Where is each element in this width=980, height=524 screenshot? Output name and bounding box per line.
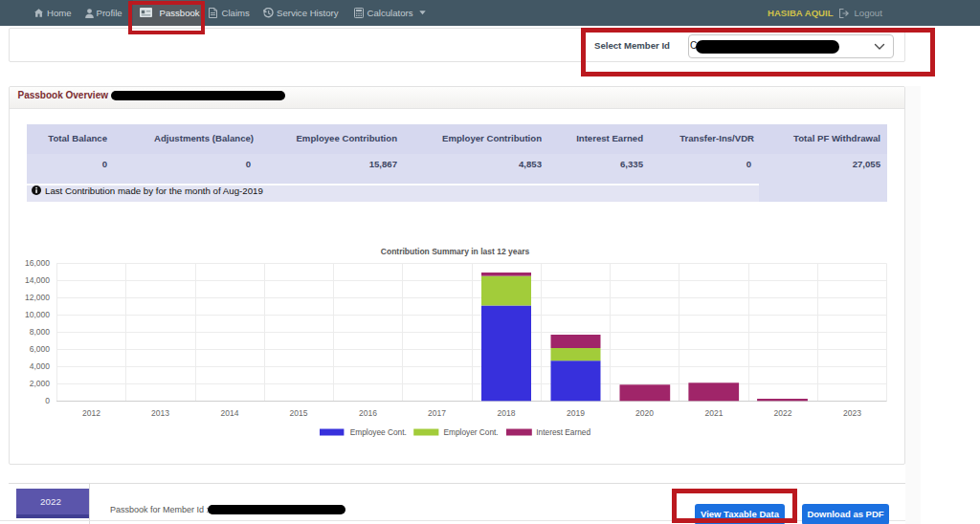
svg-text:2021: 2021	[705, 408, 724, 418]
svg-text:Employee Cont.: Employee Cont.	[350, 427, 407, 437]
svg-text:8,000: 8,000	[30, 327, 51, 337]
svg-text:10,000: 10,000	[25, 310, 50, 319]
svg-text:Interest Earned: Interest Earned	[536, 427, 590, 437]
svg-text:2012: 2012	[82, 408, 100, 418]
svg-text:2013: 2013	[151, 408, 169, 418]
svg-text:14,000: 14,000	[25, 275, 50, 285]
svg-text:2018: 2018	[498, 408, 516, 418]
svg-text:2016: 2016	[359, 408, 377, 418]
svg-text:2015: 2015	[290, 408, 308, 418]
svg-text:0: 0	[45, 396, 50, 405]
svg-text:2023: 2023	[843, 408, 861, 418]
svg-text:12,000: 12,000	[25, 293, 50, 302]
svg-text:2,000: 2,000	[30, 379, 51, 388]
svg-text:Employer Cont.: Employer Cont.	[444, 427, 499, 437]
svg-text:2022: 2022	[774, 408, 792, 418]
svg-text:2017: 2017	[428, 408, 446, 418]
svg-text:4,000: 4,000	[30, 361, 51, 371]
svg-text:Contribution Summary in last 1: Contribution Summary in last 12 years	[381, 247, 530, 256]
svg-text:2014: 2014	[221, 408, 239, 418]
svg-text:2020: 2020	[635, 408, 654, 418]
svg-text:2019: 2019	[567, 408, 585, 418]
svg-text:16,000: 16,000	[25, 258, 50, 268]
svg-text:6,000: 6,000	[30, 344, 51, 354]
